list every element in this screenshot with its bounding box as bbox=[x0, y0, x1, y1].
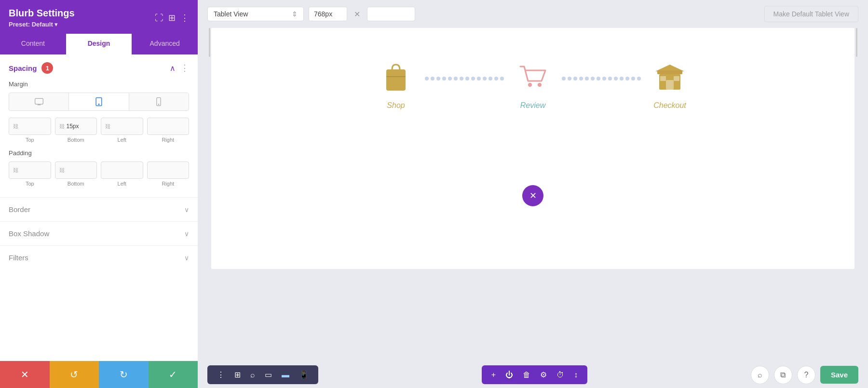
resize-handle-left[interactable] bbox=[207, 28, 211, 57]
tab-advanced[interactable]: Advanced bbox=[132, 34, 198, 54]
padding-top-input[interactable]: ⛓ bbox=[9, 161, 51, 179]
dot bbox=[568, 77, 571, 80]
margin-bottom-input[interactable]: ⛓ 15px bbox=[55, 118, 97, 135]
tab-design[interactable]: Design bbox=[66, 34, 132, 54]
margin-bottom-wrap: ⛓ 15px Bottom bbox=[55, 118, 97, 143]
resize-handle-right[interactable] bbox=[854, 28, 858, 57]
tool-desktop-button[interactable]: ▭ bbox=[261, 368, 276, 381]
dot bbox=[597, 77, 600, 80]
svg-rect-0 bbox=[35, 98, 43, 104]
checkout-store-svg bbox=[653, 60, 686, 93]
width-input[interactable] bbox=[309, 7, 347, 21]
margin-top-wrap: ⛓ Top bbox=[9, 118, 51, 143]
dot bbox=[431, 77, 434, 80]
dot bbox=[465, 77, 469, 80]
make-default-button[interactable]: Make Default Tablet View bbox=[764, 6, 858, 22]
bottom-right-tools: ⌕ ⧉ ? Save bbox=[751, 366, 858, 384]
shop-icon bbox=[377, 57, 415, 95]
panel-preset: Preset: Default ▾ bbox=[9, 21, 75, 28]
dot bbox=[483, 77, 487, 80]
canvas-area: Shop bbox=[198, 28, 868, 361]
extra-input[interactable] bbox=[367, 7, 415, 21]
fullscreen-icon[interactable]: ⛶ bbox=[155, 13, 163, 23]
cancel-button[interactable]: ✕ bbox=[0, 361, 50, 388]
help-circle-button[interactable]: ? bbox=[797, 366, 815, 384]
tool-mobile-button[interactable]: 📱 bbox=[295, 368, 312, 381]
tool-tablet-button[interactable]: ▬ bbox=[278, 369, 293, 381]
step-review: Review bbox=[514, 57, 552, 110]
margin-label: Margin bbox=[9, 80, 189, 88]
svg-point-4 bbox=[98, 104, 99, 105]
center-tools: + ⏻ 🗑 ⚙ ⏱ ↕ bbox=[482, 365, 587, 384]
padding-left-input[interactable] bbox=[101, 161, 143, 179]
more-icon[interactable]: ⋮ bbox=[180, 13, 189, 23]
dot bbox=[460, 77, 463, 80]
margin-left-wrap: ⛓ Left bbox=[101, 118, 143, 143]
confirm-button[interactable]: ✓ bbox=[149, 361, 198, 388]
margin-right-label: Right bbox=[162, 137, 174, 143]
spacing-header: Spacing 1 ∧ ⋮ bbox=[9, 62, 189, 74]
tab-content[interactable]: Content bbox=[0, 34, 66, 54]
margin-right-input[interactable] bbox=[147, 118, 190, 135]
spacing-collapse-btn[interactable]: ∧ bbox=[170, 64, 176, 73]
canvas-close-button[interactable]: ✕ bbox=[522, 185, 543, 206]
clear-button[interactable]: ✕ bbox=[352, 10, 362, 19]
dot bbox=[608, 77, 612, 80]
dot bbox=[500, 77, 504, 80]
canvas: Shop bbox=[211, 28, 854, 269]
device-tab-desktop[interactable] bbox=[9, 93, 69, 110]
handle-bar-left bbox=[209, 28, 210, 57]
margin-top-input[interactable]: ⛓ bbox=[9, 118, 51, 135]
padding-right-input[interactable] bbox=[147, 161, 190, 179]
device-tab-tablet[interactable] bbox=[69, 93, 129, 110]
box-shadow-header[interactable]: Box Shadow ∨ bbox=[9, 229, 189, 238]
padding-left-label: Left bbox=[118, 181, 126, 187]
main-toolbar: Tablet View ⇕ ✕ Make Default Tablet View bbox=[198, 0, 868, 28]
device-tab-mobile[interactable] bbox=[129, 93, 189, 110]
spacing-menu-btn[interactable]: ⋮ bbox=[180, 63, 189, 73]
panel-title: Blurb Settings Preset: Default ▾ bbox=[9, 8, 75, 28]
bottom-toolbar: ⋮ ⊞ ⌕ ▭ ▬ 📱 + ⏻ 🗑 ⚙ ⏱ ↕ ⌕ ⧉ ? Save bbox=[198, 361, 868, 388]
columns-icon[interactable]: ⊞ bbox=[168, 13, 176, 23]
panel-title-text: Blurb Settings bbox=[9, 8, 75, 19]
tool-grid-button[interactable]: ⊞ bbox=[231, 368, 244, 381]
margin-left-label: Left bbox=[118, 137, 126, 143]
center-timer-button[interactable]: ⏱ bbox=[553, 369, 568, 381]
panel-tabs: Content Design Advanced bbox=[0, 34, 198, 54]
center-arrows-button[interactable]: ↕ bbox=[570, 369, 582, 381]
dot bbox=[454, 77, 458, 80]
save-button[interactable]: Save bbox=[820, 366, 858, 384]
padding-top-wrap: ⛓ Top bbox=[9, 161, 51, 187]
dot bbox=[448, 77, 452, 80]
redo-button[interactable]: ↻ bbox=[99, 361, 149, 388]
svg-point-6 bbox=[159, 104, 159, 105]
tool-search-button[interactable]: ⌕ bbox=[246, 369, 259, 381]
panel-body: Spacing 1 ∧ ⋮ Margin bbox=[0, 54, 198, 361]
tool-more-button[interactable]: ⋮ bbox=[213, 368, 229, 381]
padding-label: Padding bbox=[9, 149, 189, 157]
center-delete-button[interactable]: 🗑 bbox=[519, 369, 534, 381]
dot bbox=[488, 77, 492, 80]
layers-circle-button[interactable]: ⧉ bbox=[774, 366, 792, 384]
dot bbox=[591, 77, 595, 80]
svg-rect-14 bbox=[666, 80, 674, 90]
padding-bottom-label: Bottom bbox=[68, 181, 84, 187]
margin-right-wrap: Right bbox=[147, 118, 190, 143]
padding-top-label: Top bbox=[26, 181, 34, 187]
border-header[interactable]: Border ∨ bbox=[9, 205, 189, 214]
svg-point-10 bbox=[538, 83, 542, 87]
spacing-controls: ∧ ⋮ bbox=[170, 63, 189, 73]
filters-header[interactable]: Filters ∨ bbox=[9, 254, 189, 262]
center-add-button[interactable]: + bbox=[488, 369, 500, 381]
center-power-button[interactable]: ⏻ bbox=[502, 369, 517, 381]
margin-left-input[interactable]: ⛓ bbox=[101, 118, 143, 135]
padding-bottom-input[interactable]: ⛓ bbox=[55, 161, 97, 179]
center-settings-button[interactable]: ⚙ bbox=[536, 368, 551, 381]
view-selector[interactable]: Tablet View ⇕ bbox=[207, 7, 304, 21]
reset-button[interactable]: ↺ bbox=[50, 361, 99, 388]
margin-inputs: ⛓ Top ⛓ 15px Bottom ⛓ Left bbox=[9, 118, 189, 143]
box-shadow-title: Box Shadow bbox=[9, 229, 49, 238]
svg-point-9 bbox=[528, 83, 532, 87]
filters-section: Filters ∨ bbox=[0, 245, 198, 269]
search-circle-button[interactable]: ⌕ bbox=[751, 366, 769, 384]
